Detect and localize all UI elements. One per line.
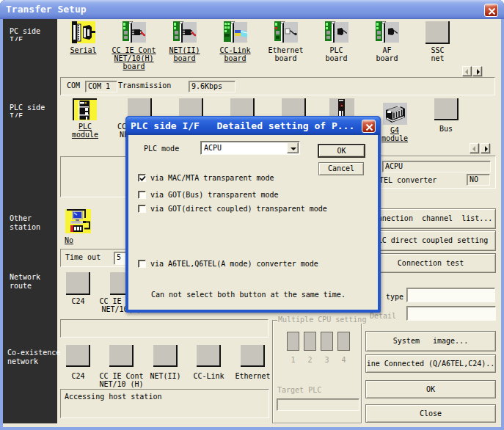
- cpu-slot-1-number: 1: [287, 356, 299, 364]
- pc-item-label-cc-link[interactable]: CC-Linkboard: [210, 46, 260, 62]
- ssc-net-icon[interactable]: [426, 21, 450, 44]
- close-icon[interactable]: [484, 4, 498, 17]
- left-arrow-glyph: [465, 69, 468, 75]
- label-line: board: [109, 62, 159, 70]
- label-line: network: [7, 357, 38, 365]
- net-route-label-c24[interactable]: C24: [54, 297, 103, 305]
- label-line: board: [159, 54, 210, 62]
- transmission-speed-field[interactable]: 9.6Kbps: [189, 81, 235, 92]
- got-direct-checkbox[interactable]: [138, 205, 146, 213]
- pc-item-label-af-board[interactable]: AFboard: [362, 46, 412, 62]
- pc-item-label-serial[interactable]: Serial: [58, 46, 109, 54]
- tel-converter-label: TEL converter: [379, 176, 437, 184]
- phone-line-connected-button[interactable]: ine Connected (Q/A6TEL,C24)..: [365, 354, 496, 373]
- pc-scroll-right-icon[interactable]: [472, 66, 482, 76]
- label-line: CC-Link: [210, 46, 260, 54]
- label-line: route: [10, 282, 32, 290]
- coex-label-ethernet[interactable]: Ethernet: [228, 372, 277, 380]
- g4-module-icon[interactable]: [383, 103, 407, 125]
- coex-label-c24[interactable]: C24: [54, 372, 103, 380]
- cc-ie-cont-board-icon[interactable]: [122, 21, 146, 43]
- pc-item-label-net2[interactable]: NET(II)board: [159, 46, 210, 62]
- dialog-close-x-glyph: [365, 123, 373, 131]
- pc-item-label-cc-ie-cont[interactable]: CC IE ContNET/10(H)board: [109, 46, 159, 70]
- af-board-icon[interactable]: [375, 21, 399, 43]
- label-line: Ethernet: [260, 46, 311, 54]
- right-arrow-glyph: [477, 69, 480, 75]
- serial-port-icon[interactable]: [71, 21, 95, 43]
- connection-channel-list-button[interactable]: Connection channel list...: [365, 208, 496, 229]
- got-bus-checkbox[interactable]: [138, 191, 146, 199]
- dialog-cancel-button[interactable]: Cancel: [318, 162, 364, 175]
- pc-item-label-ssc-net[interactable]: SSCnet: [412, 46, 463, 62]
- transmission-label: Transmission: [118, 81, 171, 90]
- no-other-station-label[interactable]: No: [65, 236, 73, 244]
- label-line: NET(II): [141, 372, 190, 380]
- dialog-close-icon[interactable]: [362, 120, 376, 133]
- cpu-slot-3: [321, 332, 333, 351]
- ok-button[interactable]: OK: [365, 380, 496, 398]
- plc-bus-icon[interactable]: [434, 98, 459, 120]
- pc-item-label-ethernet[interactable]: Ethernetboard: [260, 46, 311, 62]
- close-button[interactable]: Close: [365, 404, 496, 423]
- plc-scroll-left-icon[interactable]: [470, 143, 479, 153]
- label-line: CC IE Cont: [97, 372, 146, 380]
- label-line: I/F: [10, 36, 23, 41]
- combobox-dropdown-icon[interactable]: [287, 142, 299, 153]
- plc-type-label: type: [386, 293, 403, 301]
- no-other-station-icon[interactable]: [65, 209, 91, 233]
- connection-test-button[interactable]: Connection test: [365, 253, 496, 273]
- system-image-button[interactable]: System image...: [365, 331, 496, 351]
- plc-item-label-bus[interactable]: Bus: [421, 125, 471, 133]
- plc-mode-label: PLC mode: [144, 145, 179, 153]
- coex-label-cc-link[interactable]: CC-Link: [184, 372, 233, 380]
- coex-c24-icon[interactable]: [66, 345, 90, 367]
- detail-field: [406, 306, 496, 321]
- dialog-ok-button[interactable]: OK: [318, 144, 365, 158]
- status-text: Accessing host station: [65, 393, 161, 401]
- plc-scroll-right-icon[interactable]: [481, 143, 490, 153]
- cpu-type-field: ACPU: [382, 161, 491, 172]
- cpu-slot-2: [304, 332, 316, 351]
- got-direct-checkbox-label: via GOT(direct coupled) transparent mode: [150, 205, 327, 214]
- dialog-title-bar: PLC side I/F Detailed setting of P...: [126, 117, 380, 135]
- plc-detail-dialog: PLC side I/F Detailed setting of P... PL…: [125, 116, 381, 313]
- pc-item-label-plc-board[interactable]: PLCboard: [311, 46, 362, 62]
- ethernet-board-icon[interactable]: [274, 21, 298, 43]
- label-line: module: [60, 131, 110, 139]
- plc-direct-coupled-setting-button[interactable]: PLC direct coupled setting: [365, 230, 496, 251]
- coex-label-net2[interactable]: NET(II): [141, 372, 190, 380]
- label-line: SSC: [412, 46, 463, 54]
- dialog-title: PLC side I/F Detailed setting of P...: [131, 117, 354, 135]
- coex-label-cc-ie[interactable]: CC IE ContNET/10 (H): [97, 372, 146, 388]
- a6tel-checkbox[interactable]: [138, 260, 146, 268]
- label-line: board: [260, 54, 311, 62]
- coex-cc-link-icon[interactable]: [197, 345, 221, 367]
- coex-cc-ie-icon[interactable]: [109, 345, 134, 367]
- window-title: Transfer Setup: [6, 0, 87, 19]
- plc-mode-combobox[interactable]: ACPU: [200, 141, 300, 155]
- label-line: PLC: [60, 123, 110, 131]
- net2-board-icon[interactable]: [172, 21, 197, 43]
- label-line: Serial: [58, 46, 109, 54]
- dialog-note: Can not select both button at the same t…: [151, 291, 346, 299]
- mac-mta-checkbox[interactable]: [138, 174, 146, 182]
- cc-link-board-icon[interactable]: [223, 21, 247, 43]
- pc-scroll-left-icon[interactable]: [462, 66, 472, 76]
- plc-item-label-plc-module[interactable]: PLCmodule: [60, 123, 110, 139]
- label-line: Co-existence: [7, 349, 60, 357]
- plc-board-icon[interactable]: [324, 21, 348, 43]
- label-line: board: [210, 54, 260, 62]
- window-border-bottom: [0, 427, 504, 430]
- title-bar: Transfer Setup: [0, 0, 504, 19]
- dropdown-arrow-glyph: [291, 147, 296, 150]
- left-arrow-glyph: [472, 146, 475, 152]
- coex-net2-icon[interactable]: [153, 345, 178, 367]
- net-route-c24-icon[interactable]: [66, 272, 90, 295]
- label-line: net: [412, 54, 463, 62]
- plc-module-icon[interactable]: [73, 98, 97, 120]
- sidebar-label-coexistence: Co-existence network: [7, 349, 60, 366]
- coex-ethernet-icon[interactable]: [241, 345, 265, 367]
- com-port-field[interactable]: COM 1: [85, 81, 117, 92]
- label-line: board: [362, 54, 412, 62]
